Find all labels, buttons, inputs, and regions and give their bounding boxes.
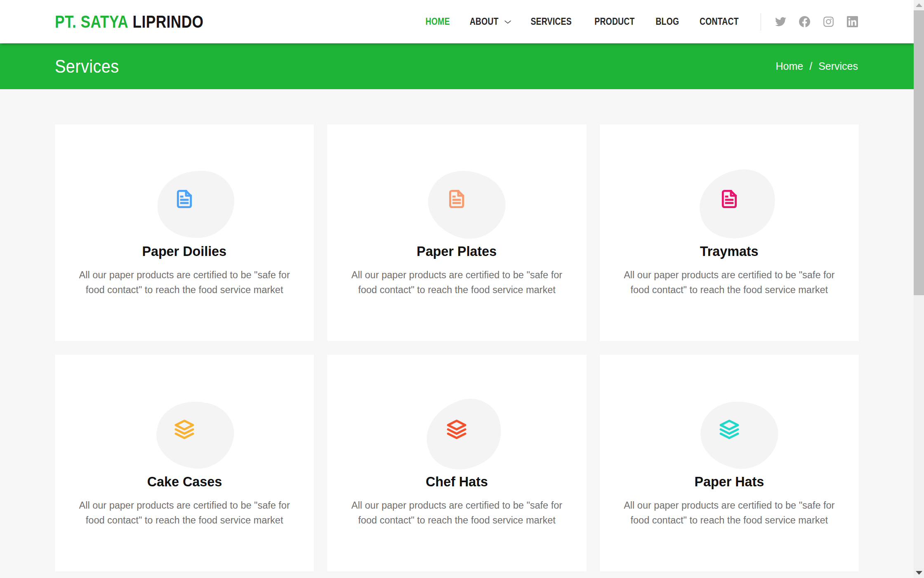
card-description: All our paper products are certified to … bbox=[342, 268, 571, 297]
service-card-cake-cases[interactable]: Cake Cases All our paper products are ce… bbox=[55, 355, 314, 571]
service-card-paper-hats[interactable]: Paper Hats All our paper products are ce… bbox=[600, 355, 859, 571]
card-title: Paper Plates bbox=[327, 243, 586, 259]
social-links bbox=[775, 16, 858, 27]
card-icon-area bbox=[600, 402, 859, 468]
page-banner: Services Home / Services bbox=[0, 43, 914, 89]
nav-item-about[interactable]: ABOUT bbox=[467, 16, 512, 27]
service-card-chef-hats[interactable]: Chef Hats All our paper products are cer… bbox=[327, 355, 586, 571]
site-header: PT. SATYA LIPRINDO HOME ABOUT SERVICES P… bbox=[0, 0, 914, 43]
file-text-icon bbox=[175, 190, 194, 209]
card-description: All our paper products are certified to … bbox=[70, 268, 299, 297]
file-text-icon bbox=[447, 190, 467, 209]
card-description: All our paper products are certified to … bbox=[615, 268, 844, 297]
card-title: Traymats bbox=[600, 243, 859, 259]
facebook-icon[interactable] bbox=[799, 16, 810, 27]
file-text-icon bbox=[719, 190, 739, 209]
breadcrumb-current: Services bbox=[818, 60, 858, 72]
main-nav: HOME ABOUT SERVICES PRODUCT BLOG CONTACT bbox=[423, 16, 742, 27]
header-right: HOME ABOUT SERVICES PRODUCT BLOG CONTACT bbox=[423, 13, 858, 31]
card-title: Cake Cases bbox=[55, 474, 314, 490]
layers-icon bbox=[719, 419, 740, 440]
linkedin-icon[interactable] bbox=[847, 16, 858, 27]
nav-item-blog[interactable]: BLOG bbox=[653, 16, 681, 27]
instagram-icon[interactable] bbox=[823, 16, 834, 27]
card-icon-area bbox=[327, 402, 586, 468]
card-icon-area bbox=[600, 171, 859, 237]
page-content: PT. SATYA LIPRINDO HOME ABOUT SERVICES P… bbox=[0, 0, 914, 578]
card-title: Chef Hats bbox=[327, 474, 586, 490]
breadcrumb-separator: / bbox=[809, 60, 812, 72]
card-title: Paper Hats bbox=[600, 474, 859, 490]
icon-blob bbox=[151, 394, 240, 475]
card-description: All our paper products are certified to … bbox=[70, 498, 299, 528]
header-divider bbox=[761, 13, 761, 31]
card-icon-area bbox=[55, 171, 314, 237]
card-title: Paper Doilies bbox=[55, 243, 314, 259]
nav-item-contact[interactable]: CONTACT bbox=[696, 16, 742, 27]
nav-item-home[interactable]: HOME bbox=[423, 16, 452, 27]
breadcrumb-home-link[interactable]: Home bbox=[776, 60, 803, 72]
scroll-up-arrow-icon[interactable] bbox=[914, 0, 924, 10]
chevron-down-icon bbox=[503, 18, 513, 26]
vertical-scrollbar[interactable] bbox=[914, 0, 924, 578]
card-description: All our paper products are certified to … bbox=[615, 498, 844, 528]
page-title: Services bbox=[55, 56, 128, 77]
services-grid: Paper Doilies All our paper products are… bbox=[55, 124, 859, 571]
nav-item-product[interactable]: PRODUCT bbox=[591, 16, 639, 27]
scroll-down-arrow-icon[interactable] bbox=[914, 568, 924, 578]
icon-blob bbox=[158, 171, 234, 238]
layers-icon bbox=[446, 419, 467, 440]
service-card-paper-plates[interactable]: Paper Plates All our paper products are … bbox=[327, 124, 586, 341]
icon-blob bbox=[418, 158, 516, 251]
card-icon-area bbox=[55, 402, 314, 468]
services-section: Paper Doilies All our paper products are… bbox=[0, 89, 914, 571]
card-description: All our paper products are certified to … bbox=[342, 498, 571, 528]
card-icon-area bbox=[327, 171, 586, 237]
service-card-paper-doilies[interactable]: Paper Doilies All our paper products are… bbox=[55, 124, 314, 341]
nav-item-services[interactable]: SERVICES bbox=[527, 16, 575, 27]
brand-name-primary: PT. SATYA bbox=[55, 12, 128, 31]
breadcrumb: Home / Services bbox=[776, 60, 858, 72]
layers-icon bbox=[174, 419, 195, 440]
brand-logo[interactable]: PT. SATYA LIPRINDO bbox=[55, 12, 232, 32]
brand-name-secondary: LIPRINDO bbox=[133, 12, 204, 31]
twitter-icon[interactable] bbox=[775, 16, 786, 27]
service-card-traymats[interactable]: Traymats All our paper products are cert… bbox=[600, 124, 859, 341]
scrollbar-thumb[interactable] bbox=[914, 10, 924, 295]
